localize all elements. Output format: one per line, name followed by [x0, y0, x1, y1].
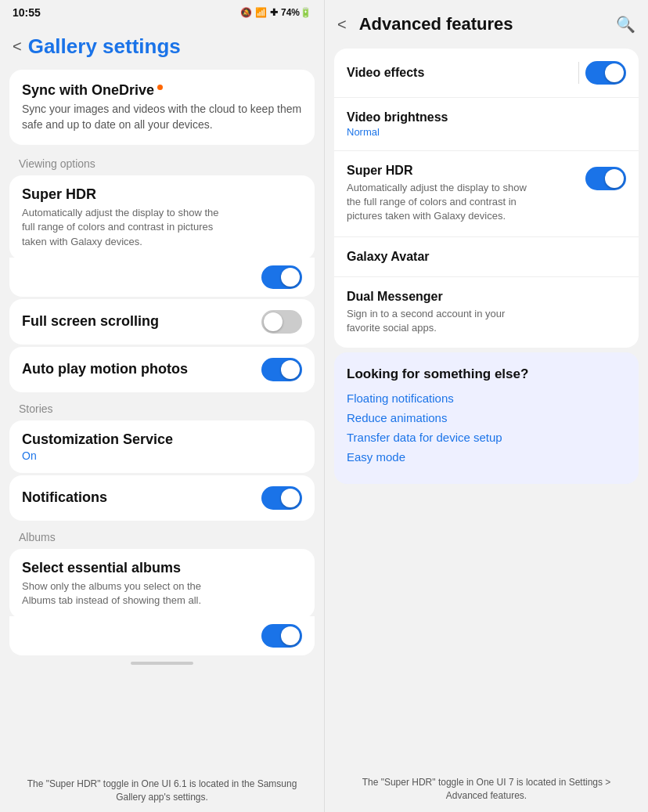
right-super-hdr-row[interactable]: Super HDR Automatically adjust the displ… [334, 151, 639, 237]
super-hdr-title: Super HDR [22, 186, 225, 203]
auto-play-title: Auto play motion photos [22, 361, 188, 377]
advanced-settings-card: Video effects Video brightness Normal [334, 49, 639, 348]
search-button[interactable]: 🔍 [616, 15, 635, 34]
albums-label: Albums [0, 523, 324, 547]
video-brightness-row[interactable]: Video brightness Normal [334, 98, 639, 151]
right-footer: The "Super HDR" toggle in One UI 7 is lo… [325, 770, 648, 812]
customization-title: Customization Service [22, 431, 173, 448]
status-icons: 🔕 📶 ✚ 74%🔋 [240, 7, 311, 18]
super-hdr-text: Super HDR Automatically adjust the displ… [22, 186, 225, 249]
video-brightness-text: Video brightness Normal [347, 110, 448, 138]
right-content: Video effects Video brightness Normal [325, 44, 648, 770]
battery-icon: 74%🔋 [281, 7, 311, 18]
status-time: 10:55 [13, 6, 41, 19]
video-brightness-value: Normal [347, 126, 448, 138]
right-super-hdr-desc: Automatically adjust the display to show… [347, 181, 535, 224]
reduce-animations-link[interactable]: Reduce animations [347, 411, 626, 424]
notifications-row[interactable]: Notifications [9, 475, 315, 521]
video-effects-row[interactable]: Video effects [334, 49, 639, 98]
right-page-title: Advanced features [359, 14, 513, 34]
stories-label: Stories [0, 395, 324, 418]
onedrive-desc: Sync your images and videos with the clo… [22, 102, 302, 132]
divider [578, 62, 579, 84]
customization-subtitle: On [22, 449, 173, 462]
right-super-hdr-toggle[interactable] [585, 167, 626, 190]
right-super-hdr-text: Super HDR Automatically adjust the displ… [347, 164, 535, 224]
onedrive-title: Sync with OneDrive [22, 82, 302, 99]
essential-albums-title: Select essential albums [22, 560, 225, 576]
left-content: Sync with OneDrive Sync your images and … [0, 65, 324, 773]
customization-row[interactable]: Customization Service On [9, 420, 315, 473]
page-title: Gallery settings [28, 34, 181, 59]
galaxy-avatar-title: Galaxy Avatar [347, 250, 430, 264]
super-hdr-toggle[interactable] [261, 265, 302, 289]
video-effects-right [578, 61, 626, 85]
full-screen-row[interactable]: Full screen scrolling [9, 299, 315, 345]
auto-play-row[interactable]: Auto play motion photos [9, 347, 315, 392]
super-hdr-row[interactable]: Super HDR Automatically adjust the displ… [9, 175, 315, 260]
wifi-icon: 📶 [255, 7, 267, 18]
transfer-data-link[interactable]: Transfer data for device setup [347, 431, 626, 444]
customization-text: Customization Service On [22, 431, 173, 462]
left-header: < Gallery settings [0, 25, 324, 65]
left-panel: 10:55 🔕 📶 ✚ 74%🔋 < Gallery settings Sync… [0, 0, 324, 812]
floating-notifications-link[interactable]: Floating notifications [347, 392, 626, 405]
scroll-indicator [131, 662, 193, 665]
full-screen-toggle[interactable] [261, 310, 302, 334]
right-super-hdr-title: Super HDR [347, 164, 535, 178]
right-panel: < Advanced features 🔍 Video effects [324, 0, 648, 812]
easy-mode-link[interactable]: Easy mode [347, 450, 626, 464]
essential-albums-toggle[interactable] [261, 624, 302, 648]
video-brightness-title: Video brightness [347, 110, 448, 125]
essential-albums-desc: Show only the albums you select on the A… [22, 579, 225, 608]
right-header-left: < Advanced features [337, 14, 513, 34]
super-hdr-desc: Automatically adjust the display to show… [22, 206, 225, 249]
essential-albums-row[interactable]: Select essential albums Show only the al… [9, 549, 315, 619]
right-back-button[interactable]: < [337, 16, 347, 34]
right-header: < Advanced features 🔍 [325, 0, 648, 44]
full-screen-title: Full screen scrolling [22, 313, 159, 330]
notifications-toggle[interactable] [261, 486, 302, 510]
left-footer: The "Super HDR" toggle in One UI 6.1 is … [0, 773, 324, 812]
video-effects-toggle[interactable] [585, 61, 626, 85]
dual-messenger-text: Dual Messenger Sign in to a second accou… [347, 290, 535, 335]
status-bar: 10:55 🔕 📶 ✚ 74%🔋 [0, 0, 324, 25]
looking-card: Looking for something else? Floating not… [334, 352, 639, 484]
auto-play-toggle[interactable] [261, 358, 302, 381]
dual-messenger-title: Dual Messenger [347, 290, 535, 304]
dual-messenger-row[interactable]: Dual Messenger Sign in to a second accou… [334, 277, 639, 348]
notification-dot [157, 85, 163, 90]
galaxy-avatar-row[interactable]: Galaxy Avatar [334, 237, 639, 277]
bluetooth-icon: ✚ [270, 7, 278, 18]
mute-icon: 🔕 [240, 7, 252, 18]
viewing-options-label: Viewing options [0, 150, 324, 173]
dual-messenger-desc: Sign in to a second account in your favo… [347, 307, 535, 335]
video-effects-title: Video effects [347, 66, 424, 80]
notifications-title: Notifications [22, 489, 107, 506]
onedrive-card[interactable]: Sync with OneDrive Sync your images and … [9, 70, 315, 145]
essential-albums-text: Select essential albums Show only the al… [22, 560, 225, 608]
back-button[interactable]: < [13, 38, 22, 56]
looking-title: Looking for something else? [347, 366, 626, 382]
